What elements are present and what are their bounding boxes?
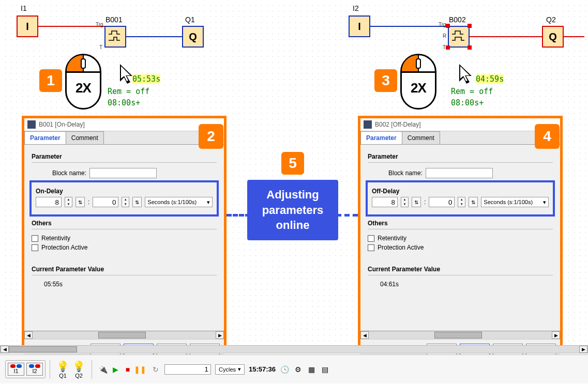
label-i2: I2 xyxy=(353,4,359,12)
pin-trg: Trg xyxy=(96,22,103,27)
pin-t: T xyxy=(99,44,102,50)
blockname-label: Block name: xyxy=(388,169,423,177)
label-i1: I1 xyxy=(21,4,27,12)
delay-seconds-input[interactable] xyxy=(372,197,398,207)
layout-icon[interactable]: ▤ xyxy=(320,365,329,374)
block-b001[interactable] xyxy=(104,26,126,48)
label-b002: B002 xyxy=(449,16,466,24)
selection-handle[interactable] xyxy=(468,45,472,50)
wire-i1-b001 xyxy=(38,26,104,27)
spinner[interactable]: ▲▼ xyxy=(65,197,72,207)
off-delay-icon xyxy=(451,29,466,44)
center-caption: Adjusting parameters online xyxy=(247,180,338,240)
selection-handle[interactable] xyxy=(446,24,450,28)
pin-r: R xyxy=(443,33,446,39)
dialog-scrollbar[interactable]: ◀▶ xyxy=(360,331,560,339)
block-icon xyxy=(364,120,372,129)
selection-handle[interactable] xyxy=(446,45,450,50)
block-q2[interactable]: Q xyxy=(542,26,564,48)
tab-comment[interactable]: Comment xyxy=(402,131,440,144)
reference-button[interactable]: ⇅ xyxy=(132,197,142,207)
output-q1: 💡Q1 xyxy=(56,360,69,379)
reference-button[interactable]: ⇅ xyxy=(412,197,421,207)
block-q1[interactable]: Q xyxy=(182,26,204,48)
callout-4: 4 xyxy=(535,124,560,149)
pin-t2: T xyxy=(443,44,446,50)
blockname-input[interactable] xyxy=(426,168,493,178)
section-others: Others xyxy=(32,220,217,227)
table-icon[interactable]: ▦ xyxy=(307,365,316,374)
wire-b002-q2 xyxy=(470,36,542,37)
section-parameter: Parameter xyxy=(32,153,217,160)
pause-button[interactable]: ❚❚ xyxy=(135,365,145,374)
dialog-scrollbar[interactable]: ◀▶ xyxy=(24,331,224,339)
delay-seconds-input[interactable] xyxy=(36,197,62,207)
reference-button[interactable]: ⇅ xyxy=(76,197,85,207)
b001-timer: 05:53s xyxy=(132,74,160,84)
output-q2: 💡Q2 xyxy=(72,360,85,379)
block-i1[interactable]: I xyxy=(17,16,38,37)
retentivity-checkbox[interactable]: Retentivity xyxy=(32,235,217,242)
b001-rem: Rem = off xyxy=(108,87,149,96)
mouse-doubleclick-icon: 2X xyxy=(400,54,436,110)
tab-parameter[interactable]: Parameter xyxy=(24,131,66,144)
section-parameter: Parameter xyxy=(368,153,553,160)
cursor-icon xyxy=(118,62,137,87)
tab-parameter[interactable]: Parameter xyxy=(360,131,402,144)
current-value: 05:55s xyxy=(44,281,217,288)
block-i2[interactable]: I xyxy=(349,16,370,37)
delay-hundredths-input[interactable] xyxy=(429,197,455,207)
spinner[interactable]: ▲▼ xyxy=(458,197,465,207)
diagram-canvas[interactable]: I1 I Trg B001 T Q1 Q 05:53s Rem = off 08… xyxy=(0,0,588,346)
on-delay-label: On-Delay xyxy=(36,188,213,195)
dialog-b001: B001 [On-Delay] Parameter Comment Parame… xyxy=(22,116,227,351)
cycles-combo[interactable]: Cycles▾ xyxy=(215,364,245,375)
on-delay-icon xyxy=(108,29,123,44)
network-icon[interactable]: ⚙ xyxy=(293,365,303,374)
delay-hundredths-input[interactable] xyxy=(93,197,118,207)
cycles-input[interactable] xyxy=(164,364,211,375)
callout-1: 1 xyxy=(39,69,62,92)
callout-5: 5 xyxy=(281,152,304,175)
mouse-doubleclick-icon: 2X xyxy=(65,54,101,110)
protection-checkbox[interactable]: Protection Active xyxy=(32,244,217,251)
stop-button[interactable]: ■ xyxy=(123,365,132,374)
blockname-input[interactable] xyxy=(89,168,157,178)
protection-checkbox[interactable]: Protection Active xyxy=(368,244,553,251)
b002-target: 08:00s+ xyxy=(451,98,484,107)
step-button[interactable]: ↻ xyxy=(151,365,160,374)
off-delay-label: Off-Delay xyxy=(372,188,549,195)
unit-combo[interactable]: Seconds (s:1/100s)▾ xyxy=(145,197,213,207)
power-button[interactable]: 🔌 xyxy=(98,365,108,374)
dialog-title[interactable]: B001 [On-Delay] xyxy=(24,118,224,131)
wire-b001-q1 xyxy=(126,36,182,37)
unit-combo[interactable]: Seconds (s:1/100s)▾ xyxy=(481,197,549,207)
callout-2: 2 xyxy=(199,124,223,149)
dialog-title[interactable]: B002 [Off-Delay] xyxy=(360,118,560,131)
input-i2-toggle[interactable]: I2 xyxy=(26,363,43,376)
wire-i2-b002 xyxy=(370,26,448,27)
section-others: Others xyxy=(368,220,553,227)
simulation-toolbar: I1 I2 💡Q1 💡Q2 🔌 ▶ ■ ❚❚ ↻ Cycles▾ 15:57:3… xyxy=(0,354,588,383)
connector-right xyxy=(336,214,358,217)
retentivity-checkbox[interactable]: Retentivity xyxy=(368,235,553,242)
cursor-icon xyxy=(457,62,476,87)
wire-q2-out xyxy=(564,36,584,37)
label-b001: B001 xyxy=(105,16,123,24)
reference-button[interactable]: ⇅ xyxy=(469,197,478,207)
section-current-value: Current Parameter Value xyxy=(368,266,553,273)
clock-icon[interactable]: 🕓 xyxy=(280,365,289,374)
block-b002[interactable] xyxy=(448,26,470,48)
blockname-label: Block name: xyxy=(52,169,86,177)
spinner[interactable]: ▲▼ xyxy=(122,197,129,207)
selection-handle[interactable] xyxy=(468,24,472,28)
on-delay-group: On-Delay ▲▼ ⇅ : ▲▼ ⇅ Seconds (s:1/100s)▾ xyxy=(29,180,219,217)
b002-rem: Rem = off xyxy=(451,87,493,96)
b002-timer: 04:59s xyxy=(476,74,504,84)
play-button[interactable]: ▶ xyxy=(111,365,120,374)
canvas-scrollbar[interactable]: ◀ ▶ xyxy=(0,345,588,353)
tab-comment[interactable]: Comment xyxy=(66,131,104,144)
input-i1-toggle[interactable]: I1 xyxy=(8,363,24,376)
sim-time: 15:57:36 xyxy=(249,365,276,373)
spinner[interactable]: ▲▼ xyxy=(401,197,409,207)
